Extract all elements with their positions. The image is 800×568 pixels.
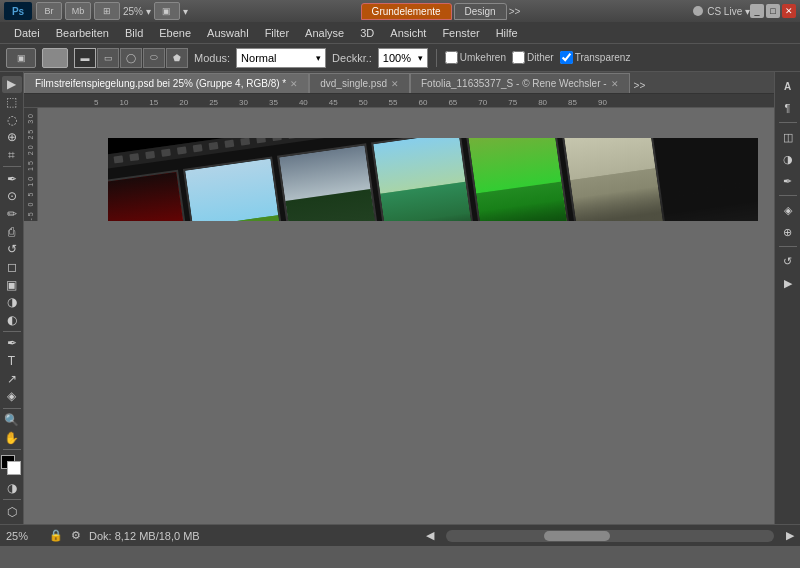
tool-dodge[interactable]: ◐: [2, 312, 22, 329]
separator-1: [3, 166, 21, 167]
mode-label: Modus:: [194, 52, 230, 64]
doc-tab-filmstrip-close[interactable]: ✕: [290, 79, 298, 89]
minibrige-icon[interactable]: Mb: [65, 2, 91, 20]
menu-analyse[interactable]: Analyse: [297, 25, 352, 41]
status-arrow-left[interactable]: ◀: [426, 529, 434, 542]
cs-live-label[interactable]: CS Live ▾: [707, 6, 750, 17]
title-bar-left: Ps Br Mb ⊞ 25% ▾ ▣ ▾: [4, 2, 188, 20]
close-button[interactable]: ✕: [782, 4, 796, 18]
tool-history[interactable]: ↺: [2, 241, 22, 258]
cs-live-dot: [693, 6, 703, 16]
doc-tab-filmstrip[interactable]: Filmstreifenspiegelung.psd bei 25% (Grup…: [24, 73, 309, 93]
bridge-icon[interactable]: Br: [36, 2, 62, 20]
doc-tab-dvd[interactable]: dvd_single.psd ✕: [309, 73, 410, 93]
right-btn-adjust[interactable]: ◈: [778, 200, 798, 220]
film-hole: [114, 155, 124, 163]
title-icons: Br Mb ⊞ 25% ▾ ▣ ▾: [36, 2, 188, 20]
tool-zoom[interactable]: 🔍: [2, 412, 22, 429]
tool-text[interactable]: T: [2, 353, 22, 370]
workspace-tab-design[interactable]: Design: [454, 3, 507, 20]
dither-checkbox[interactable]: [512, 51, 525, 64]
opacity-input[interactable]: 100% ▾: [378, 48, 428, 68]
tool-crop[interactable]: ⌗: [2, 147, 22, 164]
scrollbar-horizontal[interactable]: [446, 530, 775, 542]
doc-tabs-more[interactable]: >>: [630, 78, 650, 93]
status-arrow-right[interactable]: ▶: [786, 529, 794, 542]
layout-icon[interactable]: ⊞: [94, 2, 120, 20]
umkehren-checkbox[interactable]: [445, 51, 458, 64]
tool-gradient[interactable]: ▣: [2, 276, 22, 293]
menu-auswahl[interactable]: Auswahl: [199, 25, 257, 41]
menu-3d[interactable]: 3D: [352, 25, 382, 41]
menu-filter[interactable]: Filter: [257, 25, 297, 41]
menu-ebene[interactable]: Ebene: [151, 25, 199, 41]
tool-path[interactable]: ↗: [2, 370, 22, 387]
menu-fenster[interactable]: Fenster: [434, 25, 487, 41]
tool-lasso[interactable]: ◌: [2, 111, 22, 128]
tool-shape[interactable]: ◈: [2, 388, 22, 405]
menu-hilfe[interactable]: Hilfe: [488, 25, 526, 41]
workspace-tabs: Grundelemente Design >>: [188, 3, 693, 20]
window-controls: _ □ ✕: [750, 4, 796, 18]
status-zoom: 25%: [6, 530, 41, 542]
transparenz-group[interactable]: Transparenz: [560, 51, 631, 64]
right-btn-text[interactable]: A: [778, 76, 798, 96]
background-color[interactable]: [7, 461, 21, 475]
tool-hand[interactable]: ✋: [2, 429, 22, 446]
transparenz-checkbox[interactable]: [560, 51, 573, 64]
mode-dropdown[interactable]: Normal ▾: [236, 48, 326, 68]
doc-tab-fotolia[interactable]: Fotolia_11635377_S - © Rene Wechsler - ✕: [410, 73, 630, 93]
right-btn-history[interactable]: ↺: [778, 251, 798, 271]
menu-ansicht[interactable]: Ansicht: [382, 25, 434, 41]
tool-preset[interactable]: ▣: [6, 48, 36, 68]
right-separator-2: [779, 195, 797, 196]
shape-polygon[interactable]: ⬟: [166, 48, 188, 68]
view-icon[interactable]: ▣: [154, 2, 180, 20]
doc-tab-fotolia-close[interactable]: ✕: [611, 79, 619, 89]
shape-circle[interactable]: ◯: [120, 48, 142, 68]
shape-pill[interactable]: ⬭: [143, 48, 165, 68]
tool-clone[interactable]: ⎙: [2, 223, 22, 240]
status-icon-2[interactable]: ⚙: [71, 529, 81, 542]
right-btn-paths[interactable]: ✒: [778, 171, 798, 191]
doc-tab-dvd-close[interactable]: ✕: [391, 79, 399, 89]
shape-rect[interactable]: ▬: [74, 48, 96, 68]
right-btn-mask[interactable]: ⊕: [778, 222, 798, 242]
menu-bearbeiten[interactable]: Bearbeiten: [48, 25, 117, 41]
canvas-viewport[interactable]: [38, 108, 774, 221]
right-btn-actions[interactable]: ▶: [778, 273, 798, 293]
separator-3: [3, 408, 21, 409]
status-icon-1[interactable]: 🔒: [49, 529, 63, 542]
menu-bild[interactable]: Bild: [117, 25, 151, 41]
tool-brush[interactable]: ✏: [2, 206, 22, 223]
status-doc-info: Dok: 8,12 MB/18,0 MB: [89, 530, 418, 542]
dither-group[interactable]: Dither: [512, 51, 554, 64]
cs-live[interactable]: CS Live ▾: [693, 6, 750, 17]
tool-quickmask[interactable]: ◑: [2, 480, 22, 497]
umkehren-group[interactable]: Umkehren: [445, 51, 506, 64]
separator-5: [3, 499, 21, 500]
canvas-area[interactable]: Filmstreifenspiegelung.psd bei 25% (Grup…: [24, 72, 774, 524]
tool-eyedropper[interactable]: ✒: [2, 170, 22, 187]
ps-logo: Ps: [4, 2, 32, 20]
tool-move[interactable]: ▶: [2, 76, 22, 93]
tool-pen[interactable]: ✒: [2, 335, 22, 352]
scrollbar-thumb[interactable]: [544, 531, 610, 541]
maximize-button[interactable]: □: [766, 4, 780, 18]
menu-datei[interactable]: Datei: [6, 25, 48, 41]
workspace-tab-grundelemente[interactable]: Grundelemente: [361, 3, 452, 20]
tool-quick-select[interactable]: ⊕: [2, 129, 22, 146]
tool-healpatch[interactable]: ⊙: [2, 188, 22, 205]
tool-screen-mode[interactable]: ⬡: [2, 503, 22, 520]
right-btn-channels[interactable]: ◑: [778, 149, 798, 169]
right-btn-layers[interactable]: ◫: [778, 127, 798, 147]
tool-blur[interactable]: ◑: [2, 294, 22, 311]
tool-eraser[interactable]: ◻: [2, 259, 22, 276]
tool-marquee[interactable]: ⬚: [2, 94, 22, 111]
shape-tools: ▬ ▭ ◯ ⬭ ⬟: [74, 48, 188, 68]
film-hole: [129, 153, 139, 161]
minimize-button[interactable]: _: [750, 4, 764, 18]
workspace-more-button[interactable]: >>: [509, 6, 521, 17]
shape-rounded[interactable]: ▭: [97, 48, 119, 68]
right-btn-para[interactable]: ¶: [778, 98, 798, 118]
